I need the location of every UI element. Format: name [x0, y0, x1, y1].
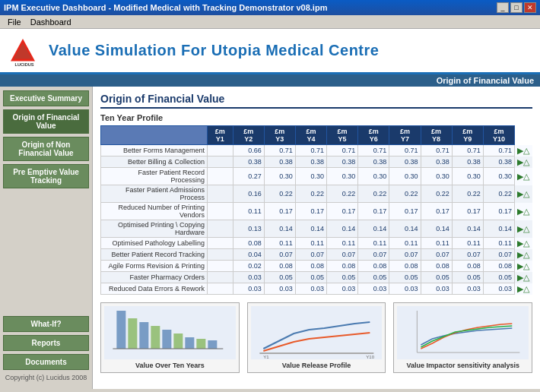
cell-y4: 0.22 [295, 185, 326, 203]
cell-y8: 0.11 [421, 238, 452, 249]
col-y3: £mY3 [264, 126, 295, 145]
cell-y10: 0.17 [483, 203, 514, 220]
minimize-button[interactable]: _ [497, 2, 509, 13]
cell-y8: 0.05 [421, 272, 452, 283]
cell-y6: 0.11 [358, 238, 389, 249]
cell-y5: 0.17 [327, 203, 358, 220]
cell-y1 [208, 220, 233, 238]
cell-y10: 0.71 [483, 145, 514, 156]
cell-y3: 0.14 [264, 220, 295, 238]
svg-rect-11 [208, 340, 217, 349]
col-icon [515, 126, 532, 145]
chart-label-2: Value Release Profile [282, 362, 351, 369]
cell-y4: 0.71 [295, 145, 326, 156]
cell-y9: 0.30 [452, 168, 483, 185]
svg-rect-4 [128, 318, 137, 349]
cell-y7: 0.03 [389, 283, 421, 295]
cell-y3: 0.11 [264, 238, 295, 249]
menu-dashboard[interactable]: Dashboard [26, 17, 76, 27]
row-label: Optimised Printing \ Copying Hardware [101, 220, 208, 238]
sidebar-item-financial-value[interactable]: Origin of Financial Value [3, 109, 89, 134]
cell-y10: 0.14 [483, 220, 514, 238]
table-row: Reduced Number of Printing Vendors0.110.… [101, 203, 532, 220]
row-label: Better Forms Management [101, 145, 208, 156]
view-icon[interactable]: ▶△ [517, 261, 529, 270]
svg-rect-3 [116, 311, 125, 349]
close-button[interactable]: ✕ [524, 2, 536, 13]
line-chart-svg: Y1 Y10 [251, 307, 383, 359]
sidebar-item-non-financial-value[interactable]: Origin of Non Financial Value [3, 137, 89, 161]
cell-y5: 0.38 [327, 156, 358, 168]
table-row: Faster Patient Record Processing0.270.30… [101, 168, 532, 185]
cell-y2: 0.13 [233, 220, 264, 238]
view-icon[interactable]: ▶△ [517, 172, 529, 181]
view-icon[interactable]: ▶△ [517, 146, 529, 155]
page-title: Origin of Financial Value [100, 93, 532, 109]
logo-icon: LUCIDUS [8, 36, 38, 66]
sidebar-item-preemptive-tracking[interactable]: Pre Emptive Value Tracking [3, 164, 89, 188]
menu-file[interactable]: File [3, 17, 26, 27]
cell-y1 [208, 156, 233, 168]
cell-y2: 0.04 [233, 249, 264, 261]
svg-rect-10 [196, 339, 205, 349]
cell-y9: 0.05 [452, 272, 483, 283]
cell-y9: 0.08 [452, 261, 483, 272]
window-controls[interactable]: _ □ ✕ [497, 2, 536, 13]
cell-y1 [208, 249, 233, 261]
cell-y1 [208, 145, 233, 156]
sidebar-item-reports[interactable]: Reports [3, 335, 89, 351]
svg-rect-6 [151, 326, 160, 349]
view-icon[interactable]: ▶△ [517, 157, 529, 166]
bar-chart-svg [104, 307, 236, 359]
chart-label-1: Value Over Ten Years [135, 362, 205, 369]
cell-y9: 0.71 [452, 145, 483, 156]
view-icon[interactable]: ▶△ [517, 224, 529, 233]
view-icon[interactable]: ▶△ [517, 250, 529, 259]
chart-box-1[interactable]: Value Over Ten Years [100, 302, 240, 373]
cell-y8: 0.03 [421, 283, 452, 295]
col-y2: £mY2 [233, 126, 264, 145]
cell-y6: 0.14 [358, 220, 389, 238]
cell-y5: 0.11 [327, 238, 358, 249]
view-icon[interactable]: ▶△ [517, 239, 529, 248]
chart-box-2[interactable]: Y1 Y10 Value Release Profile [247, 302, 386, 373]
view-icon[interactable]: ▶△ [517, 273, 529, 282]
row-label: Faster Pharmacy Orders [101, 272, 208, 283]
cell-y6: 0.22 [358, 185, 389, 203]
section-title: Ten Year Profile [100, 113, 532, 122]
maximize-button[interactable]: □ [510, 2, 523, 13]
sidebar-item-executive-summary[interactable]: Executive Summary [3, 90, 89, 106]
table-row: Better Billing & Collection0.380.380.380… [101, 156, 532, 168]
sensitivity-chart-svg [397, 307, 529, 359]
view-icon[interactable]: ▶△ [517, 284, 529, 293]
sidebar-item-documents[interactable]: Documents [3, 354, 89, 370]
table-row: Faster Patient Admissions Process0.160.2… [101, 185, 532, 203]
cell-y9: 0.11 [452, 238, 483, 249]
row-label: Faster Patient Record Processing [101, 168, 208, 185]
cell-y10: 0.05 [483, 272, 514, 283]
cell-y5: 0.30 [327, 168, 358, 185]
col-y4: £mY4 [295, 126, 326, 145]
sidebar-item-whatif[interactable]: What-If? [3, 316, 89, 332]
cell-y7: 0.38 [389, 156, 421, 168]
svg-text:Y10: Y10 [366, 355, 374, 359]
cell-y7: 0.07 [389, 249, 421, 261]
sidebar: Executive Summary Origin of Financial Va… [0, 87, 93, 389]
financial-value-table: £mY1 £mY2 £mY3 £mY4 £mY5 £mY6 £mY7 £mY8 … [100, 125, 532, 295]
cell-y4: 0.38 [295, 156, 326, 168]
table-row: Optimised Pathology Labelling0.080.110.1… [101, 238, 532, 249]
view-icon[interactable]: ▶△ [517, 189, 529, 198]
cell-y7: 0.71 [389, 145, 421, 156]
cell-y1 [208, 261, 233, 272]
copyright-text: Copyright (c) Lucidus 2008 [0, 372, 92, 383]
cell-y3: 0.17 [264, 203, 295, 220]
chart-box-3[interactable]: Value Impactor sensitivity analysis [393, 302, 532, 373]
view-icon[interactable]: ▶△ [517, 207, 529, 216]
cell-y5: 0.05 [327, 272, 358, 283]
cell-y9: 0.14 [452, 220, 483, 238]
table-row: Faster Pharmacy Orders0.030.050.050.050.… [101, 272, 532, 283]
cell-y1 [208, 238, 233, 249]
svg-text:Y1: Y1 [263, 355, 269, 359]
cell-y4: 0.07 [295, 249, 326, 261]
cell-y8: 0.22 [421, 185, 452, 203]
